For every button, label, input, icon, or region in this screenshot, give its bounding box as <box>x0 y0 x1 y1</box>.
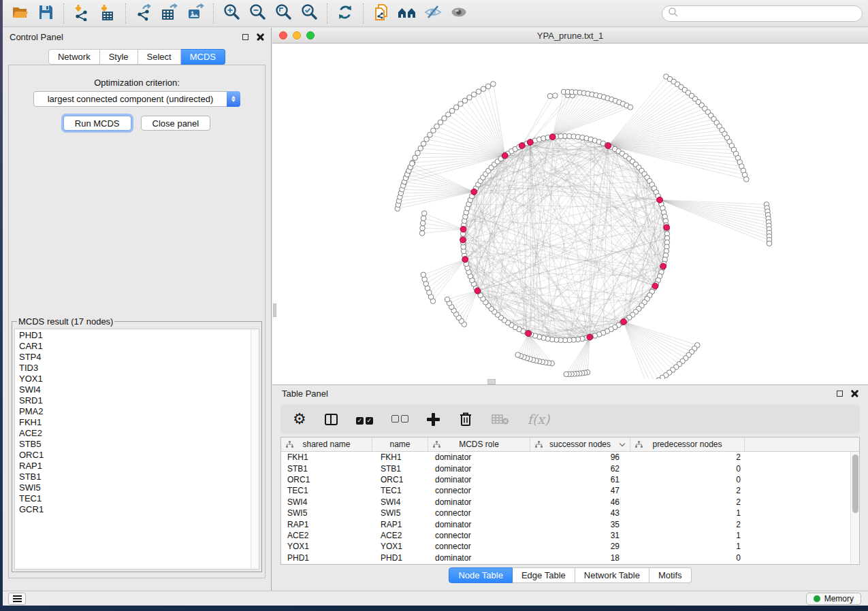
table-cell: 2 <box>630 520 745 529</box>
table-row[interactable]: YOX1YOX1connector291 <box>281 541 859 552</box>
table-row[interactable]: ACE2ACE2connector311 <box>281 530 859 541</box>
table-row[interactable]: STB1STB1dominator620 <box>281 463 859 474</box>
mcds-result-item[interactable]: FKH1 <box>19 417 259 428</box>
select-stepper-icon <box>227 91 240 107</box>
mcds-result-item[interactable]: STB1 <box>19 472 259 482</box>
table-cell: YOX1 <box>281 542 372 551</box>
table-settings-button[interactable]: ⚙ <box>293 412 306 427</box>
column-header-shared-name[interactable]: shared name <box>281 437 372 451</box>
tab-mcds[interactable]: MCDS <box>181 49 225 65</box>
duplicate-network-icon <box>372 3 390 24</box>
table-tab-motifs[interactable]: Motifs <box>649 567 692 583</box>
mcds-result-item[interactable]: ACE2 <box>19 428 259 439</box>
table-cell: 1 <box>630 508 745 518</box>
mcds-result-item[interactable]: YOX1 <box>19 374 259 384</box>
table-cell: 47 <box>530 486 630 495</box>
mcds-result-list[interactable]: PHD1CAR1STP4TID3YOX1SWI4SRD1PMA2FKH1ACE2… <box>14 329 259 569</box>
first-neighbors-button[interactable] <box>394 3 420 24</box>
mcds-result-item[interactable]: RAP1 <box>19 461 259 472</box>
zoom-selected-button[interactable] <box>296 3 322 24</box>
import-network-button[interactable] <box>69 3 95 24</box>
export-image-button[interactable] <box>182 3 208 24</box>
close-table-panel-icon[interactable] <box>851 390 858 397</box>
search-input[interactable] <box>662 5 863 22</box>
refresh-button[interactable] <box>332 3 358 24</box>
tab-network[interactable]: Network <box>48 49 100 65</box>
select-all-icon: ✓✓ <box>356 413 373 425</box>
list-scrollbar[interactable] <box>251 329 259 569</box>
mcds-result-item[interactable]: TID3 <box>19 363 259 374</box>
zoom-out-button[interactable] <box>244 3 270 24</box>
table-cell: 1 <box>630 542 745 551</box>
maximize-window-icon[interactable] <box>306 31 315 39</box>
table-row[interactable]: RAP1RAP1dominator352 <box>281 518 859 529</box>
create-column-button[interactable] <box>427 413 440 426</box>
zoom-fit-button[interactable] <box>270 3 296 24</box>
mcds-result-item[interactable]: STB5 <box>19 439 259 450</box>
column-header-name[interactable]: name <box>372 437 428 451</box>
mcds-result-item[interactable]: CAR1 <box>19 341 259 352</box>
table-tab-network-table[interactable]: Network Table <box>575 567 649 583</box>
column-header-successor-nodes[interactable]: successor nodes <box>530 437 630 451</box>
column-header-MCDS-role[interactable]: MCDS role <box>428 437 530 451</box>
close-panel-button[interactable]: Close panel <box>141 116 211 131</box>
network-graph[interactable] <box>272 44 868 379</box>
import-table-button[interactable] <box>95 3 120 24</box>
sort-chevron-icon[interactable] <box>620 442 625 446</box>
canvas-scrollbar[interactable] <box>272 44 277 384</box>
mcds-result-item[interactable]: TEC1 <box>19 493 259 504</box>
network-window: YPA_prune.txt_1 <box>272 28 868 384</box>
table-row[interactable]: FKH1FKH1dominator962 <box>281 452 859 463</box>
float-table-panel-icon[interactable] <box>837 391 843 397</box>
delete-columns-button[interactable] <box>458 411 473 427</box>
export-table-button[interactable] <box>157 3 182 24</box>
table-cell: STB1 <box>372 464 428 474</box>
select-all-rows-button[interactable]: ✓✓ <box>356 413 373 425</box>
memory-button[interactable]: Memory <box>806 593 861 605</box>
show-all-button[interactable] <box>446 3 472 24</box>
minimize-window-icon[interactable] <box>293 31 301 39</box>
table-row[interactable]: SWI5SWI5connector431 <box>281 508 859 518</box>
table-cell: PHD1 <box>372 553 428 563</box>
table-cell: 29 <box>530 542 630 551</box>
column-label: successor nodes <box>549 440 611 449</box>
table-tab-edge-table[interactable]: Edge Table <box>513 567 575 583</box>
export-network-button[interactable] <box>131 3 157 24</box>
hide-selected-button[interactable] <box>420 3 446 24</box>
deselect-all-rows-button[interactable] <box>391 413 408 425</box>
duplicate-network-button[interactable] <box>368 3 394 24</box>
mcds-result-item[interactable]: SRD1 <box>19 395 259 406</box>
save-session-button[interactable] <box>33 3 59 24</box>
mcds-result-item[interactable]: SWI5 <box>19 482 259 493</box>
mcds-result-item[interactable]: PMA2 <box>19 406 259 417</box>
table-scrollbar[interactable] <box>850 452 859 563</box>
zoom-in-button[interactable] <box>219 3 244 24</box>
mcds-result-item[interactable]: PHD1 <box>19 330 259 341</box>
float-panel-icon[interactable] <box>242 34 248 40</box>
network-canvas[interactable] <box>272 44 868 384</box>
tab-select[interactable]: Select <box>138 49 181 65</box>
splitter-grip[interactable] <box>487 379 496 384</box>
mcds-result-item[interactable]: ORC1 <box>19 450 259 461</box>
mcds-result-item[interactable]: STP4 <box>19 352 259 363</box>
tab-style[interactable]: Style <box>100 49 138 65</box>
criterion-select[interactable]: largest connected component (undirected) <box>33 91 240 107</box>
table-row[interactable]: TEC1TEC1connector472 <box>281 485 859 496</box>
table-cell: 96 <box>530 452 630 462</box>
task-history-button[interactable] <box>8 593 26 605</box>
table-row[interactable]: ORC1ORC1dominator610 <box>281 474 859 485</box>
close-panel-icon[interactable] <box>257 33 264 41</box>
table-row[interactable]: SWI4SWI4dominator462 <box>281 497 859 508</box>
close-window-icon[interactable] <box>279 31 287 39</box>
show-columns-button[interactable] <box>325 414 338 425</box>
run-mcds-button[interactable]: Run MCDS <box>63 116 131 131</box>
network-titlebar[interactable]: YPA_prune.txt_1 <box>272 28 868 44</box>
table-tab-node-table[interactable]: Node Table <box>449 567 513 583</box>
mcds-result-item[interactable]: SWI4 <box>19 384 259 395</box>
open-file-button[interactable] <box>7 3 33 24</box>
table-row[interactable]: PHD1PHD1dominator180 <box>281 552 859 563</box>
mcds-result-item[interactable]: GCR1 <box>19 504 259 515</box>
mcds-result-group: MCDS result (17 nodes) PHD1CAR1STP4TID3Y… <box>12 316 262 572</box>
shared-column-icon <box>286 441 293 450</box>
column-header-predecessor-nodes[interactable]: predecessor nodes <box>630 437 745 451</box>
